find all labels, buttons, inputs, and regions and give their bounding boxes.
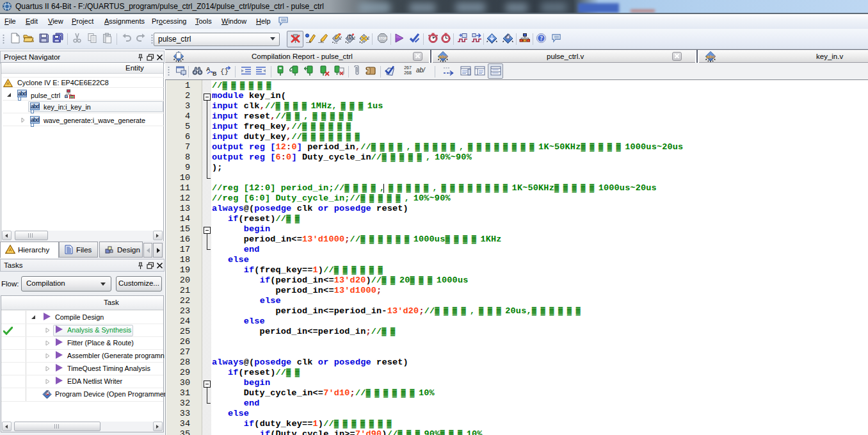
svg-text:abc: abc xyxy=(439,54,448,60)
svg-text:B: B xyxy=(213,70,217,76)
svg-text:STOP: STOP xyxy=(379,37,387,40)
svg-text:D: D xyxy=(349,35,352,39)
svg-text:A: A xyxy=(206,66,211,72)
svg-text:abc: abc xyxy=(707,54,716,60)
svg-text:?: ? xyxy=(540,35,543,42)
svg-text:{}: {} xyxy=(220,68,229,76)
